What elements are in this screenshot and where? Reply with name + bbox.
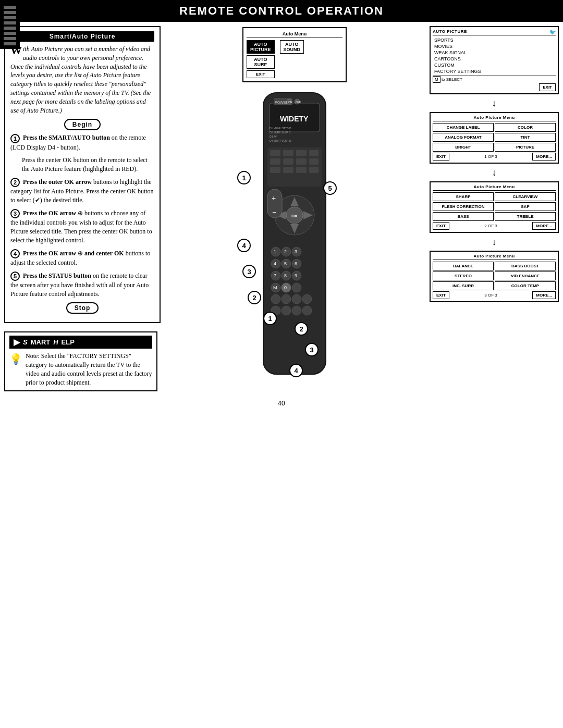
svg-text:6: 6	[295, 261, 297, 266]
screen-item-sports: SPORTS	[433, 37, 556, 43]
svg-text:D4 SMRT VCR+ D: D4 SMRT VCR+ D	[270, 139, 291, 142]
menu-row-2-1: SHARP CLEARVIEW	[433, 192, 556, 201]
step-3-num: 3	[10, 209, 20, 218]
svg-text:0: 0	[284, 285, 287, 290]
step-2-num: 2	[10, 178, 20, 187]
remote-area: WIDETY POWER ON OFF D1 MENU STTS D D2 SU…	[237, 88, 352, 390]
step-3-arrow: ⊕	[78, 209, 84, 217]
icon-rect-5	[4, 27, 16, 30]
menu-btn-tint: TINT	[495, 133, 556, 142]
svg-rect-25	[309, 167, 319, 173]
instructions-box: Smart/Auto Picture W ith Auto Picture yo…	[4, 26, 161, 323]
menu-btn-clearview: CLEARVIEW	[495, 192, 556, 201]
smart-help-content: 💡 Note: Select the "FACTORY SETTINGS" ca…	[9, 352, 152, 387]
menu-btn-sharp: SHARP	[433, 192, 494, 201]
auto-picture-screen-header: AUTO PICTURE 🐦	[433, 29, 556, 35]
menu-btn-picture: PICTURE	[495, 143, 556, 152]
menu-exit-3: EXIT	[433, 291, 449, 299]
svg-point-64	[282, 306, 291, 315]
intro-body: ith Auto Picture you can set a number of…	[10, 45, 151, 114]
menu-row-3-1: BALANCE BASS BOOST	[433, 262, 556, 270]
menu-page-3: 3 OF 3	[484, 293, 497, 298]
svg-text:POWER: POWER	[275, 101, 288, 104]
menu-btn-sap: SAP	[495, 202, 556, 211]
step-2: 2 Press the outer OK arrow buttons to hi…	[10, 178, 154, 205]
menu-btn-color: COLOR	[495, 123, 556, 132]
menu-row-2-3: BASS TREBLE	[433, 212, 556, 221]
svg-point-59	[271, 294, 280, 304]
stop-label: Stop	[66, 302, 99, 314]
smart-help-label2: MART	[31, 338, 51, 346]
menu-btn-incsurr: INC. SURR	[433, 281, 494, 290]
menu-header-1: Auto Picture Menu	[433, 115, 556, 121]
screen-item-weaksignal: WEAK SIGNAL	[433, 50, 556, 56]
svg-rect-14	[270, 150, 280, 156]
icon-rect-1	[4, 6, 16, 9]
menu-btn-balance: BALANCE	[433, 262, 494, 270]
header-title: Remote Control Operation	[179, 4, 384, 17]
svg-point-61	[292, 294, 301, 304]
begin-label: Begin	[64, 119, 101, 130]
step-1: 1 Press the SMART/AUTO button on the rem…	[10, 133, 154, 152]
svg-point-66	[302, 306, 312, 315]
icon-rect-4	[4, 21, 16, 24]
step-badge-4b: 4	[289, 364, 303, 377]
step-badge-3: 3	[242, 265, 256, 278]
remote-svg: WIDETY POWER ON OFF D1 MENU STTS D D2 SU…	[248, 88, 341, 385]
svg-text:D1 MENU  STTS D: D1 MENU STTS D	[270, 127, 291, 130]
svg-text:D3 AV: D3 AV	[270, 135, 277, 138]
svg-text:ON: ON	[288, 101, 292, 104]
svg-text:M: M	[273, 285, 277, 290]
left-icons-bar	[0, 0, 20, 49]
step-4-arrow: ⊕	[78, 250, 84, 257]
step-badge-5: 5	[323, 181, 337, 195]
menu-diagram-2: Auto Picture Menu SHARP CLEARVIEW FLESH …	[430, 181, 559, 233]
menu-diagram-1: Auto Picture Menu CHANGE LABEL COLOR ANA…	[430, 112, 559, 164]
svg-text:9: 9	[295, 273, 297, 278]
page-number: 40	[0, 396, 563, 411]
step-1-bold: Press the SMART/AUTO button	[23, 134, 110, 141]
left-column: Smart/Auto Picture W ith Auto Picture yo…	[0, 22, 162, 396]
svg-rect-22	[270, 167, 280, 173]
menu-footer-2: EXIT 2 OF 3 MORE...	[433, 222, 556, 230]
stop-badge: Stop	[10, 302, 154, 314]
svg-rect-17	[309, 150, 319, 156]
svg-rect-16	[296, 150, 307, 156]
menu-btn-treble: TREBLE	[495, 212, 556, 221]
screen-footer-1: EXIT	[433, 83, 556, 91]
step-4: 4 Press the OK arrow ⊕ and center OK but…	[10, 249, 154, 267]
exit-btn-1: EXIT	[539, 83, 556, 91]
svg-text:8: 8	[284, 273, 287, 278]
tv-menu-diagram: Auto Menu AUTOPICTURE AUTOSURF EXIT AUTO…	[242, 27, 347, 82]
smart-auto-title: Smart/Auto Picture	[10, 31, 154, 42]
svg-text:2: 2	[284, 249, 287, 254]
svg-text:OK: OK	[291, 214, 298, 218]
smart-help-text: Note: Select the "FACTORY SETTINGS" cate…	[26, 352, 152, 387]
menu-row-2-2: FLESH CORRECTION SAP	[433, 202, 556, 211]
tv-menu-item-autopicture: AUTOPICTURE	[247, 40, 275, 54]
icon-rect-7	[4, 37, 16, 40]
tv-menu-col-left: AUTOPICTURE AUTOSURF EXIT	[247, 40, 275, 78]
svg-text:−: −	[272, 208, 276, 216]
step-4-bold: Press the OK arrow	[23, 250, 76, 257]
icon-rect-3	[4, 16, 16, 19]
intro-text: W ith Auto Picture you can set a number …	[10, 45, 154, 115]
svg-text:D2 SURF  SLEP D: D2 SURF SLEP D	[270, 131, 291, 134]
center-panel: Auto Menu AUTOPICTURE AUTOSURF EXIT AUTO…	[162, 22, 427, 396]
smart-help-box: ▶ SMART HELP 💡 Note: Select the "FACTORY…	[4, 331, 157, 391]
svg-rect-19	[283, 158, 293, 165]
step-5: 5 Press the STATUS button on the remote …	[10, 272, 154, 299]
lightbulb-icon: 💡	[9, 352, 22, 366]
menu-row-1-2: ANALOG FORMAT TINT	[433, 133, 556, 142]
menu-more-2: MORE...	[532, 222, 556, 230]
svg-rect-24	[296, 167, 307, 173]
icon-rect-2	[4, 11, 16, 14]
svg-text:5: 5	[284, 261, 287, 266]
icon-rect-8	[4, 42, 16, 45]
step-1b-text: Press the center OK button on the remote…	[22, 156, 148, 172]
menu-page-1: 1 OF 3	[484, 154, 497, 159]
svg-text:+: +	[272, 194, 276, 202]
step-4-bold2: and center OK	[84, 250, 124, 257]
svg-point-62	[302, 294, 312, 304]
menu-btn-fleshcorrection: FLESH CORRECTION	[433, 202, 494, 211]
